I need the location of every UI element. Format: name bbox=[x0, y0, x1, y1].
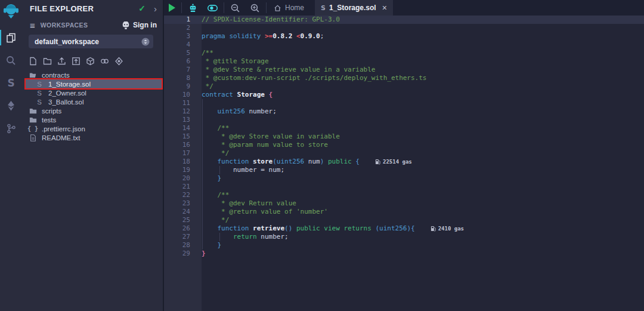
line-number[interactable]: 5 bbox=[164, 49, 190, 57]
new-file-icon[interactable] bbox=[29, 57, 38, 66]
new-folder-icon[interactable] bbox=[43, 57, 52, 66]
code-line-14[interactable]: 14 /** bbox=[164, 124, 644, 133]
line-number[interactable]: 15 bbox=[164, 133, 190, 141]
run-script-icon[interactable] bbox=[164, 0, 180, 16]
code-line-21[interactable]: 21 bbox=[164, 183, 644, 191]
line-number[interactable]: 8 bbox=[164, 74, 190, 82]
tree-item-contracts[interactable]: contracts bbox=[22, 70, 163, 79]
line-number[interactable]: 13 bbox=[164, 116, 190, 124]
code-line-29[interactable]: 29} bbox=[164, 250, 644, 258]
line-number[interactable]: 18 bbox=[164, 158, 190, 166]
tree-item-1-storage-sol[interactable]: S1_Storage.sol bbox=[26, 79, 162, 88]
publish-gist-icon[interactable] bbox=[57, 57, 66, 66]
code-line-22[interactable]: 22 /** bbox=[164, 191, 644, 199]
tab-1-storage-sol[interactable]: S 1_Storage.sol × bbox=[315, 0, 393, 16]
tree-item--prettierrc-json[interactable]: { }.prettierrc.json bbox=[22, 124, 163, 133]
code-line-12[interactable]: 12 uint256 number; bbox=[164, 107, 644, 116]
line-number[interactable]: 25 bbox=[164, 216, 190, 224]
ai-assistant-icon[interactable] bbox=[183, 0, 203, 16]
github-sign-in-button[interactable]: Sign in bbox=[122, 21, 157, 29]
code-line-11[interactable]: 11 bbox=[164, 99, 644, 107]
panel-title: FILE EXPLORER bbox=[30, 4, 138, 13]
load-ipfs-icon[interactable] bbox=[86, 57, 95, 66]
search-icon[interactable] bbox=[0, 49, 22, 72]
tree-item-2-owner-sol[interactable]: S2_Owner.sol bbox=[22, 88, 163, 97]
code-editor[interactable]: 1// SPDX-License-Identifier: GPL-3.023pr… bbox=[164, 16, 644, 311]
code-line-19[interactable]: 19 number = num; bbox=[164, 166, 644, 174]
code-line-15[interactable]: 15 * @dev Store value in variable bbox=[164, 133, 644, 141]
line-number[interactable]: 1 bbox=[164, 16, 190, 24]
code-line-16[interactable]: 16 * @param num value to store bbox=[164, 141, 644, 149]
code-line-23[interactable]: 23 * @dev Return value bbox=[164, 199, 644, 208]
line-number[interactable]: 12 bbox=[164, 107, 190, 116]
workspace-select[interactable]: default_workspace bbox=[29, 35, 153, 48]
code-line-6[interactable]: 6 * @title Storage bbox=[164, 57, 644, 66]
code-line-7[interactable]: 7 * @dev Store & retrieve value in a var… bbox=[164, 66, 644, 74]
clone-repo-icon[interactable] bbox=[114, 57, 123, 66]
zoom-in-icon[interactable] bbox=[245, 0, 265, 16]
line-number[interactable]: 16 bbox=[164, 141, 190, 149]
line-number[interactable]: 4 bbox=[164, 41, 190, 49]
code-line-3[interactable]: 3pragma solidity >=0.8.2 <0.9.0; bbox=[164, 32, 644, 41]
line-number[interactable]: 26 bbox=[164, 224, 190, 233]
tab-close-icon[interactable]: × bbox=[382, 3, 387, 13]
workspaces-label: WORKSPACES bbox=[41, 21, 122, 29]
expand-chevron-icon[interactable]: › bbox=[154, 4, 157, 14]
code-line-25[interactable]: 25 */ bbox=[164, 216, 644, 224]
accept-check-icon[interactable]: ✓ bbox=[138, 4, 145, 13]
code-line-24[interactable]: 24 * @return value of 'number' bbox=[164, 208, 644, 216]
import-url-icon[interactable] bbox=[100, 57, 109, 66]
line-number[interactable]: 19 bbox=[164, 166, 190, 174]
tree-item-label: README.txt bbox=[42, 134, 80, 141]
deploy-run-icon[interactable] bbox=[0, 94, 22, 117]
code-line-27[interactable]: 27 return number; bbox=[164, 233, 644, 241]
line-number[interactable]: 2 bbox=[164, 24, 190, 32]
line-number[interactable]: 11 bbox=[164, 99, 190, 107]
tree-item-3-ballot-sol[interactable]: S3_Ballot.sol bbox=[22, 97, 163, 106]
line-number[interactable]: 7 bbox=[164, 66, 190, 74]
line-number[interactable]: 22 bbox=[164, 191, 190, 199]
file-explorer-icon[interactable] bbox=[0, 26, 22, 49]
workspaces-menu-icon[interactable]: ≡ bbox=[30, 21, 35, 30]
remix-logo-icon[interactable] bbox=[0, 0, 22, 21]
line-number[interactable]: 24 bbox=[164, 208, 190, 216]
line-number[interactable]: 10 bbox=[164, 91, 190, 99]
code-line-17[interactable]: 17 */ bbox=[164, 149, 644, 158]
code-line-9[interactable]: 9 */ bbox=[164, 82, 644, 91]
line-number[interactable]: 3 bbox=[164, 32, 190, 41]
line-number[interactable]: 29 bbox=[164, 250, 190, 258]
tree-item-label: 1_Storage.sol bbox=[48, 81, 91, 88]
git-icon[interactable] bbox=[0, 117, 22, 140]
copilot-toggle-on-icon[interactable] bbox=[203, 0, 222, 16]
code-text: * @dev Store value in variable bbox=[202, 133, 340, 141]
line-number[interactable]: 17 bbox=[164, 149, 190, 158]
upload-file-icon[interactable] bbox=[72, 57, 80, 66]
code-line-26[interactable]: 26 function retrieve() public view retur… bbox=[164, 224, 644, 233]
line-number[interactable]: 14 bbox=[164, 124, 190, 133]
code-line-10[interactable]: 10contract Storage { bbox=[164, 91, 644, 99]
code-line-13[interactable]: 13 bbox=[164, 116, 644, 124]
code-line-18[interactable]: 18 function store(uint256 num) public {2… bbox=[164, 158, 644, 166]
toolbar-separator bbox=[181, 2, 182, 13]
tree-item-tests[interactable]: tests bbox=[22, 115, 163, 124]
tree-item-readme-txt[interactable]: README.txt bbox=[22, 133, 163, 142]
line-number[interactable]: 23 bbox=[164, 199, 190, 208]
line-number[interactable]: 9 bbox=[164, 82, 190, 91]
line-number[interactable]: 21 bbox=[164, 183, 190, 191]
line-number[interactable]: 28 bbox=[164, 241, 190, 250]
code-line-20[interactable]: 20 } bbox=[164, 174, 644, 183]
code-line-1[interactable]: 1// SPDX-License-Identifier: GPL-3.0 bbox=[164, 16, 644, 24]
tab-home[interactable]: Home bbox=[268, 0, 310, 16]
code-line-2[interactable]: 2 bbox=[164, 24, 644, 32]
solidity-compiler-icon[interactable]: S bbox=[0, 72, 22, 94]
code-line-28[interactable]: 28 } bbox=[164, 241, 644, 250]
line-number[interactable]: 20 bbox=[164, 174, 190, 183]
code-line-8[interactable]: 8 * @custom:dev-run-script ./scripts/dep… bbox=[164, 74, 644, 82]
code-line-4[interactable]: 4 bbox=[164, 41, 644, 49]
line-number[interactable]: 27 bbox=[164, 233, 190, 241]
tree-item-label: 2_Owner.sol bbox=[48, 90, 86, 97]
tree-item-scripts[interactable]: scripts bbox=[22, 106, 163, 115]
line-number[interactable]: 6 bbox=[164, 57, 190, 66]
code-line-5[interactable]: 5/** bbox=[164, 49, 644, 57]
zoom-out-icon[interactable] bbox=[225, 0, 245, 16]
